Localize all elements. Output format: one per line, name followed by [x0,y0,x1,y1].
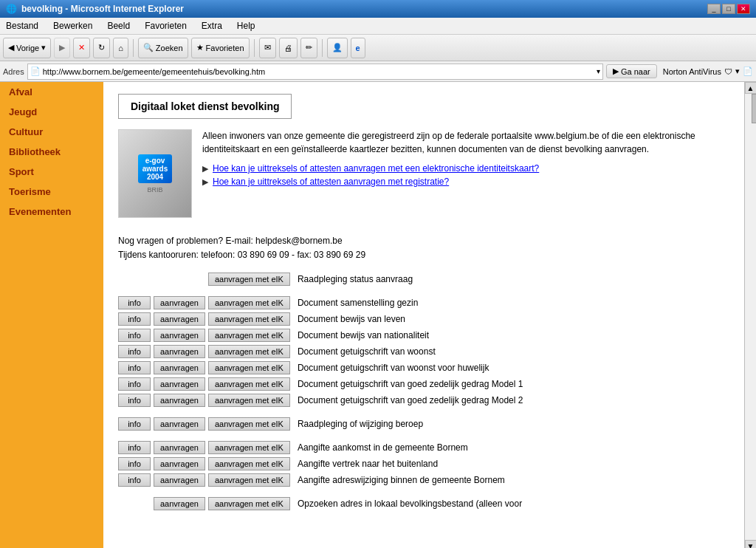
link-row-2: ▶ Hoe kan je uittreksels of attesten aan… [202,177,729,187]
menu-extra[interactable]: Extra [199,19,225,32]
label-model1: Document getuigschrift van goed zedelijk… [298,379,523,389]
info-button-adres[interactable]: info [118,473,151,487]
search-button[interactable]: 🔍 Zoeken [138,38,188,58]
menu-bar: Bestand Bewerken Beeld Favorieten Extra … [0,18,756,35]
aanvragen-button-beroep[interactable]: aanvragen [154,417,205,431]
aanvragen-button-woonst[interactable]: aanvragen [154,345,205,358]
aanvragen-button-model1[interactable]: aanvragen [154,377,205,391]
info-button-vertrek[interactable]: info [118,457,151,470]
stop-button[interactable]: ✕ [73,38,90,58]
address-dropdown[interactable]: ▾ [597,67,600,75]
scroll-down-button[interactable]: ▼ [745,540,757,548]
eik-button-model1[interactable]: aanvragen met eIK [208,377,290,391]
action-row-aankomst: info aanvragen aanvragen met eIK Aangift… [118,441,729,454]
link-eid[interactable]: Hoe kan je uittreksels of attesten aanvr… [213,163,539,174]
action-row-opzoeken: info aanvragen aanvragen met eIK Opzoeke… [118,497,729,510]
aanvragen-button-aankomst[interactable]: aanvragen [154,441,205,454]
info-button-nationaliteit[interactable]: info [118,329,151,342]
separator-1 [133,39,134,57]
refresh-button[interactable]: ↻ [93,38,110,58]
separator-2 [254,39,255,57]
eik-button-status[interactable]: aanvragen met eIK [208,273,290,286]
back-button[interactable]: ◀ Vorige ▾ [3,38,51,58]
menu-help[interactable]: Help [234,19,258,32]
go-arrow-icon: ▶ [613,66,619,76]
aanvragen-button-gezin[interactable]: aanvragen [154,296,205,309]
eik-button-vertrek[interactable]: aanvragen met eIK [208,457,290,470]
menu-favorieten[interactable]: Favorieten [142,19,190,32]
eik-button-woonst[interactable]: aanvragen met eIK [208,345,290,358]
aanvragen-button-model2[interactable]: aanvragen [154,394,205,407]
maximize-button[interactable]: □ [722,4,735,14]
eik-button-huwelijk[interactable]: aanvragen met eIK [208,361,290,374]
eik-button-adres[interactable]: aanvragen met eIK [208,473,290,487]
msn-button[interactable]: e [351,38,365,58]
print-button[interactable]: 🖨 [279,38,298,58]
aanvragen-button-opzoeken[interactable]: aanvragen [154,497,205,510]
sidebar-item-bibliotheek[interactable]: Bibliotheek [0,142,103,162]
aanvragen-button-huwelijk[interactable]: aanvragen [154,361,205,374]
info-button-huwelijk[interactable]: info [118,361,151,374]
forward-button[interactable]: ▶ [54,38,70,58]
edit-button[interactable]: ✏ [300,38,317,58]
home-button[interactable]: ⌂ [113,38,128,58]
link-registration[interactable]: Hoe kan je uittreksels of attesten aanvr… [213,177,449,187]
sidebar-item-toerisme[interactable]: Toerisme [0,182,103,202]
norton-dropdown[interactable]: ▾ [735,66,740,76]
label-opzoeken: Opzoeken adres in lokaal bevolkingsbesta… [298,499,522,509]
aanvragen-button-nationaliteit[interactable]: aanvragen [154,329,205,342]
label-beroep: Raadpleging of wijziging beroep [298,419,423,429]
sidebar-item-afval[interactable]: Afval [0,82,103,102]
info-button-leven[interactable]: info [118,312,151,326]
minimize-button[interactable]: _ [707,4,721,14]
action-row-adres: info aanvragen aanvragen met eIK Aangift… [118,473,729,487]
link-row-1: ▶ Hoe kan je uittreksels of attesten aan… [202,163,729,174]
norton-area: Norton AntiVirus 🛡 ▾ 📄 [663,66,753,76]
label-woonst: Document getuigschrift van woonst [298,346,436,357]
discuss-button[interactable]: 👤 [327,38,348,58]
info-button-beroep[interactable]: info [118,417,151,431]
arrow-icon-2: ▶ [202,177,208,187]
eik-button-opzoeken[interactable]: aanvragen met eIK [208,497,290,510]
title-bar: 🌐 bevolking - Microsoft Internet Explore… [0,0,756,18]
info-button-gezin[interactable]: info [118,296,151,309]
action-row-huwelijk: info aanvragen aanvragen met eIK Documen… [118,361,729,374]
scroll-up-button[interactable]: ▲ [745,82,757,94]
aanvragen-button-adres[interactable]: aanvragen [154,473,205,487]
title-bar-left: 🌐 bevolking - Microsoft Internet Explore… [6,4,184,14]
aanvragen-button-leven[interactable]: aanvragen [154,312,205,326]
info-button-aankomst[interactable]: info [118,441,151,454]
sidebar-item-jeugd[interactable]: Jeugd [0,102,103,122]
favorites-button[interactable]: ★ Favorieten [191,38,250,58]
msn-icon: e [356,44,360,52]
main-content: Digitaal loket dienst bevolking e-govawa… [103,82,744,548]
menu-bestand[interactable]: Bestand [3,19,41,32]
menu-beeld[interactable]: Beeld [104,19,133,32]
intro-text: Alleen inwoners van onze gemeente die ge… [202,129,729,156]
mail-button[interactable]: ✉ [259,38,276,58]
info-button-model1[interactable]: info [118,377,151,391]
address-input[interactable] [43,67,597,76]
close-button[interactable]: ✕ [737,4,750,14]
eik-button-beroep[interactable]: aanvragen met eIK [208,417,290,431]
eik-button-model2[interactable]: aanvragen met eIK [208,394,290,407]
stop-icon: ✕ [78,43,85,52]
eik-button-leven[interactable]: aanvragen met eIK [208,312,290,326]
eik-button-aankomst[interactable]: aanvragen met eIK [208,441,290,454]
menu-bewerken[interactable]: Bewerken [50,19,95,32]
actions-list: info aanvragen aanvragen met eIK Raadple… [118,273,729,510]
go-button[interactable]: ▶ Ga naar [606,64,657,78]
window-controls[interactable]: _ □ ✕ [707,4,750,14]
sidebar-item-sport[interactable]: Sport [0,162,103,182]
eik-button-nationaliteit[interactable]: aanvragen met eIK [208,329,290,342]
contact-line-2: Tijdens kantooruren: telefoon: 03 890 69… [118,248,729,262]
page-title: Digitaal loket dienst bevolking [118,94,292,119]
aanvragen-button-vertrek[interactable]: aanvragen [154,457,205,470]
sidebar-item-cultuur[interactable]: Cultuur [0,122,103,142]
info-button-woonst[interactable]: info [118,345,151,358]
info-button-model2[interactable]: info [118,394,151,407]
eik-button-gezin[interactable]: aanvragen met eIK [208,296,290,309]
sidebar-item-evenementen[interactable]: Evenementen [0,202,103,222]
scrollbar[interactable]: ▲ ▼ [744,82,756,548]
scroll-thumb[interactable] [752,94,757,123]
